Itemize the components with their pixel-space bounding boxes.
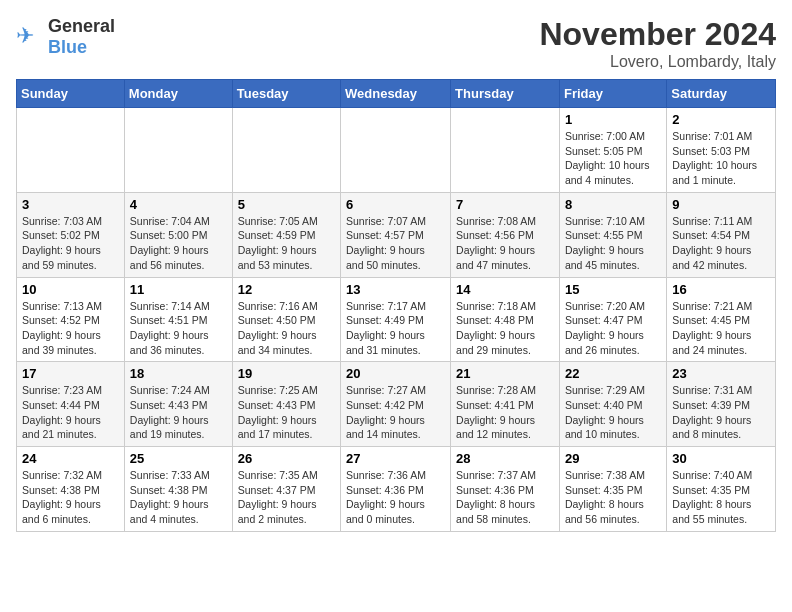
- day-number: 25: [130, 451, 227, 466]
- day-number: 30: [672, 451, 770, 466]
- day-info: Sunrise: 7:29 AM Sunset: 4:40 PM Dayligh…: [565, 383, 661, 442]
- day-number: 13: [346, 282, 445, 297]
- day-info: Sunrise: 7:40 AM Sunset: 4:35 PM Dayligh…: [672, 468, 770, 527]
- day-info: Sunrise: 7:31 AM Sunset: 4:39 PM Dayligh…: [672, 383, 770, 442]
- location-subtitle: Lovero, Lombardy, Italy: [539, 53, 776, 71]
- calendar-day-cell: 27Sunrise: 7:36 AM Sunset: 4:36 PM Dayli…: [341, 447, 451, 532]
- calendar-day-cell: 9Sunrise: 7:11 AM Sunset: 4:54 PM Daylig…: [667, 192, 776, 277]
- day-info: Sunrise: 7:24 AM Sunset: 4:43 PM Dayligh…: [130, 383, 227, 442]
- page-header: ✈ General Blue November 2024 Lovero, Lom…: [16, 16, 776, 71]
- weekday-header-sunday: Sunday: [17, 80, 125, 108]
- calendar-day-cell: 3Sunrise: 7:03 AM Sunset: 5:02 PM Daylig…: [17, 192, 125, 277]
- day-info: Sunrise: 7:25 AM Sunset: 4:43 PM Dayligh…: [238, 383, 335, 442]
- calendar-day-cell: 26Sunrise: 7:35 AM Sunset: 4:37 PM Dayli…: [232, 447, 340, 532]
- day-info: Sunrise: 7:08 AM Sunset: 4:56 PM Dayligh…: [456, 214, 554, 273]
- day-number: 1: [565, 112, 661, 127]
- day-number: 10: [22, 282, 119, 297]
- calendar-day-cell: 6Sunrise: 7:07 AM Sunset: 4:57 PM Daylig…: [341, 192, 451, 277]
- day-number: 11: [130, 282, 227, 297]
- day-number: 20: [346, 366, 445, 381]
- calendar-table: SundayMondayTuesdayWednesdayThursdayFrid…: [16, 79, 776, 532]
- day-number: 3: [22, 197, 119, 212]
- day-info: Sunrise: 7:11 AM Sunset: 4:54 PM Dayligh…: [672, 214, 770, 273]
- logo: ✈ General Blue: [16, 16, 115, 58]
- weekday-header-friday: Friday: [559, 80, 666, 108]
- calendar-day-cell: 15Sunrise: 7:20 AM Sunset: 4:47 PM Dayli…: [559, 277, 666, 362]
- calendar-day-cell: 4Sunrise: 7:04 AM Sunset: 5:00 PM Daylig…: [124, 192, 232, 277]
- day-number: 29: [565, 451, 661, 466]
- calendar-day-cell: 20Sunrise: 7:27 AM Sunset: 4:42 PM Dayli…: [341, 362, 451, 447]
- day-number: 12: [238, 282, 335, 297]
- empty-cell: [451, 108, 560, 193]
- day-number: 8: [565, 197, 661, 212]
- calendar-day-cell: 14Sunrise: 7:18 AM Sunset: 4:48 PM Dayli…: [451, 277, 560, 362]
- weekday-header-wednesday: Wednesday: [341, 80, 451, 108]
- day-info: Sunrise: 7:18 AM Sunset: 4:48 PM Dayligh…: [456, 299, 554, 358]
- month-title: November 2024: [539, 16, 776, 53]
- calendar-day-cell: 7Sunrise: 7:08 AM Sunset: 4:56 PM Daylig…: [451, 192, 560, 277]
- logo-blue: Blue: [48, 37, 87, 57]
- calendar-day-cell: 19Sunrise: 7:25 AM Sunset: 4:43 PM Dayli…: [232, 362, 340, 447]
- weekday-header-thursday: Thursday: [451, 80, 560, 108]
- calendar-day-cell: 17Sunrise: 7:23 AM Sunset: 4:44 PM Dayli…: [17, 362, 125, 447]
- calendar-day-cell: 10Sunrise: 7:13 AM Sunset: 4:52 PM Dayli…: [17, 277, 125, 362]
- empty-cell: [17, 108, 125, 193]
- calendar-day-cell: 5Sunrise: 7:05 AM Sunset: 4:59 PM Daylig…: [232, 192, 340, 277]
- calendar-week-row: 3Sunrise: 7:03 AM Sunset: 5:02 PM Daylig…: [17, 192, 776, 277]
- day-info: Sunrise: 7:13 AM Sunset: 4:52 PM Dayligh…: [22, 299, 119, 358]
- calendar-day-cell: 29Sunrise: 7:38 AM Sunset: 4:35 PM Dayli…: [559, 447, 666, 532]
- svg-text:✈: ✈: [16, 23, 34, 48]
- day-number: 26: [238, 451, 335, 466]
- calendar-day-cell: 23Sunrise: 7:31 AM Sunset: 4:39 PM Dayli…: [667, 362, 776, 447]
- title-section: November 2024 Lovero, Lombardy, Italy: [539, 16, 776, 71]
- day-info: Sunrise: 7:33 AM Sunset: 4:38 PM Dayligh…: [130, 468, 227, 527]
- calendar-day-cell: 13Sunrise: 7:17 AM Sunset: 4:49 PM Dayli…: [341, 277, 451, 362]
- day-number: 15: [565, 282, 661, 297]
- day-info: Sunrise: 7:20 AM Sunset: 4:47 PM Dayligh…: [565, 299, 661, 358]
- day-info: Sunrise: 7:03 AM Sunset: 5:02 PM Dayligh…: [22, 214, 119, 273]
- weekday-header-saturday: Saturday: [667, 80, 776, 108]
- calendar-week-row: 24Sunrise: 7:32 AM Sunset: 4:38 PM Dayli…: [17, 447, 776, 532]
- weekday-header-monday: Monday: [124, 80, 232, 108]
- calendar-day-cell: 24Sunrise: 7:32 AM Sunset: 4:38 PM Dayli…: [17, 447, 125, 532]
- day-number: 23: [672, 366, 770, 381]
- logo-general: General: [48, 16, 115, 36]
- day-number: 5: [238, 197, 335, 212]
- day-info: Sunrise: 7:16 AM Sunset: 4:50 PM Dayligh…: [238, 299, 335, 358]
- calendar-day-cell: 12Sunrise: 7:16 AM Sunset: 4:50 PM Dayli…: [232, 277, 340, 362]
- day-number: 16: [672, 282, 770, 297]
- logo-text: General Blue: [48, 16, 115, 58]
- day-number: 4: [130, 197, 227, 212]
- empty-cell: [341, 108, 451, 193]
- empty-cell: [124, 108, 232, 193]
- calendar-day-cell: 28Sunrise: 7:37 AM Sunset: 4:36 PM Dayli…: [451, 447, 560, 532]
- day-info: Sunrise: 7:01 AM Sunset: 5:03 PM Dayligh…: [672, 129, 770, 188]
- logo-icon: ✈: [16, 23, 44, 51]
- day-info: Sunrise: 7:00 AM Sunset: 5:05 PM Dayligh…: [565, 129, 661, 188]
- day-info: Sunrise: 7:07 AM Sunset: 4:57 PM Dayligh…: [346, 214, 445, 273]
- day-number: 6: [346, 197, 445, 212]
- day-number: 22: [565, 366, 661, 381]
- weekday-header-tuesday: Tuesday: [232, 80, 340, 108]
- calendar-day-cell: 21Sunrise: 7:28 AM Sunset: 4:41 PM Dayli…: [451, 362, 560, 447]
- day-info: Sunrise: 7:35 AM Sunset: 4:37 PM Dayligh…: [238, 468, 335, 527]
- day-number: 28: [456, 451, 554, 466]
- day-info: Sunrise: 7:17 AM Sunset: 4:49 PM Dayligh…: [346, 299, 445, 358]
- day-info: Sunrise: 7:27 AM Sunset: 4:42 PM Dayligh…: [346, 383, 445, 442]
- calendar-day-cell: 25Sunrise: 7:33 AM Sunset: 4:38 PM Dayli…: [124, 447, 232, 532]
- calendar-day-cell: 8Sunrise: 7:10 AM Sunset: 4:55 PM Daylig…: [559, 192, 666, 277]
- day-info: Sunrise: 7:05 AM Sunset: 4:59 PM Dayligh…: [238, 214, 335, 273]
- day-info: Sunrise: 7:38 AM Sunset: 4:35 PM Dayligh…: [565, 468, 661, 527]
- calendar-day-cell: 18Sunrise: 7:24 AM Sunset: 4:43 PM Dayli…: [124, 362, 232, 447]
- empty-cell: [232, 108, 340, 193]
- calendar-day-cell: 30Sunrise: 7:40 AM Sunset: 4:35 PM Dayli…: [667, 447, 776, 532]
- weekday-header-row: SundayMondayTuesdayWednesdayThursdayFrid…: [17, 80, 776, 108]
- day-number: 14: [456, 282, 554, 297]
- day-info: Sunrise: 7:32 AM Sunset: 4:38 PM Dayligh…: [22, 468, 119, 527]
- day-number: 18: [130, 366, 227, 381]
- day-info: Sunrise: 7:37 AM Sunset: 4:36 PM Dayligh…: [456, 468, 554, 527]
- day-info: Sunrise: 7:23 AM Sunset: 4:44 PM Dayligh…: [22, 383, 119, 442]
- day-number: 17: [22, 366, 119, 381]
- calendar-week-row: 1Sunrise: 7:00 AM Sunset: 5:05 PM Daylig…: [17, 108, 776, 193]
- day-info: Sunrise: 7:04 AM Sunset: 5:00 PM Dayligh…: [130, 214, 227, 273]
